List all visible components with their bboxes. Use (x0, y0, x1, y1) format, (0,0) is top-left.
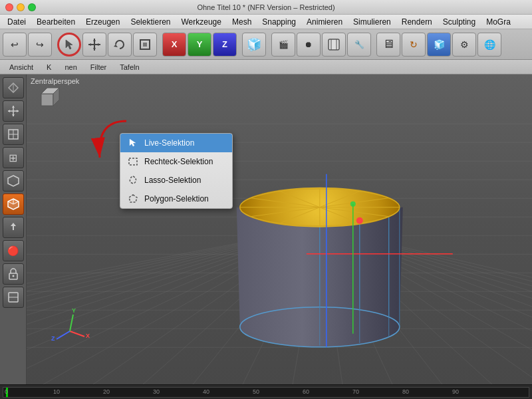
sidebar-btn-arrow[interactable] (3, 217, 24, 238)
tick-20: 20 (103, 388, 110, 395)
live-selection-icon (127, 137, 139, 149)
window-controls (0, 3, 36, 11)
close-button[interactable] (5, 3, 13, 11)
svg-marker-15 (12, 106, 15, 108)
sidebar-btn-scale[interactable] (3, 124, 24, 145)
svg-marker-16 (12, 114, 15, 116)
menubar: Datei Bearbeiten Erzeugen Selektieren We… (0, 15, 532, 29)
svg-point-28 (12, 275, 14, 277)
svg-marker-33 (129, 195, 137, 202)
polygon-selection-icon (127, 193, 139, 205)
maximize-button[interactable] (28, 3, 36, 11)
tick-30: 30 (153, 388, 160, 395)
tick-80: 80 (402, 388, 409, 395)
sidebar-btn-checkerboard[interactable]: ⊞ (3, 147, 24, 168)
object-tool-button[interactable]: 🧊 (242, 33, 266, 57)
viewport-perspective-label: Zentralperspek (31, 77, 79, 85)
anim-tool-1[interactable]: 🎬 (271, 33, 295, 57)
render-btn-5[interactable]: 🌐 (477, 33, 501, 57)
minimize-button[interactable] (17, 3, 25, 11)
tick-70: 70 (352, 388, 359, 395)
tabs-bar: Ansicht K nen Filter Tafeln (0, 60, 532, 74)
sidebar-btn-object[interactable] (3, 170, 24, 192)
timeline-track[interactable]: 0 10 20 30 40 50 60 70 80 90 (3, 387, 529, 398)
titlebar: Ohne Titel 10 * (NFR Version – Restricte… (0, 0, 532, 15)
svg-rect-32 (129, 158, 137, 165)
tab-ansicht[interactable]: Ansicht (4, 62, 39, 72)
sidebar-btn-move[interactable] (3, 100, 24, 122)
window-title: Ohne Titel 10 * (NFR Version – Restricte… (197, 3, 334, 11)
svg-marker-6 (114, 45, 118, 47)
undo-button[interactable]: ↩ (3, 33, 27, 57)
selection-tool-button[interactable] (57, 33, 81, 57)
menu-datei[interactable]: Datei (3, 16, 31, 28)
menu-selektieren[interactable]: Selektieren (126, 16, 175, 28)
menu-rendern[interactable]: Rendern (397, 16, 437, 28)
tick-0: 0 (5, 388, 8, 395)
left-sidebar: ⊞ 🔴 (0, 74, 27, 384)
svg-marker-17 (8, 110, 10, 112)
tick-60: 60 (303, 388, 309, 395)
dropdown-item-lasso[interactable]: Lasso-Selektion (120, 171, 232, 190)
polygon-selection-label: Polygon-Selektion (144, 194, 209, 203)
svg-marker-22 (8, 176, 19, 186)
tab-nen[interactable]: nen (59, 62, 82, 72)
viewport[interactable]: Zentralperspek Live-Selektion (27, 74, 532, 384)
main-area: ⊞ 🔴 (0, 74, 532, 384)
svg-rect-9 (329, 39, 339, 50)
menu-snapping[interactable]: Snapping (257, 16, 301, 28)
scale-tool-button[interactable] (133, 33, 157, 57)
tick-10: 10 (53, 388, 60, 395)
dropdown-item-live[interactable]: Live-Selektion (120, 134, 232, 152)
svg-rect-8 (143, 43, 147, 47)
dropdown-item-rect[interactable]: Rechteck-Selektion (120, 152, 232, 171)
axis-z-button[interactable]: Z (213, 33, 237, 57)
tab-filter[interactable]: Filter (85, 62, 112, 72)
rect-selection-label: Rechteck-Selektion (144, 157, 213, 166)
svg-marker-2 (93, 39, 96, 41)
anim-tool-4[interactable]: 🔧 (347, 33, 371, 57)
move-tool-button[interactable] (82, 33, 106, 57)
lasso-selection-label: Lasso-Selektion (144, 176, 201, 185)
viewport-canvas (27, 74, 532, 384)
toolbar: ↩ ↪ X Y Z 🧊 (0, 29, 532, 60)
timeline: 0 10 20 30 40 50 60 70 80 90 (0, 384, 532, 399)
menu-simulieren[interactable]: Simulieren (348, 16, 396, 28)
tab-tafeln[interactable]: Tafeln (114, 62, 144, 72)
selection-dropdown: Live-Selektion Rechteck-Selektion Lasso-… (120, 133, 233, 209)
anim-tool-2[interactable]: ⏺ (297, 33, 321, 57)
axis-y-button[interactable]: Y (188, 33, 211, 57)
render-btn-3[interactable]: 🧊 (427, 33, 451, 57)
menu-erzeugen[interactable]: Erzeugen (81, 16, 124, 28)
sidebar-btn-active-cube[interactable] (3, 194, 24, 215)
sidebar-btn-lock[interactable] (3, 263, 24, 285)
svg-marker-3 (93, 48, 96, 51)
svg-marker-18 (17, 110, 19, 112)
rect-selection-icon (127, 156, 139, 168)
dropdown-item-polygon[interactable]: Polygon-Selektion (120, 190, 232, 208)
lasso-selection-icon (127, 174, 139, 186)
menu-animieren[interactable]: Animieren (302, 16, 347, 28)
svg-marker-5 (98, 43, 100, 46)
menu-mogra[interactable]: MoGra (481, 16, 515, 28)
menu-mesh[interactable]: Mesh (227, 16, 256, 28)
sidebar-btn-1[interactable] (3, 77, 24, 98)
menu-werkzeuge[interactable]: Werkzeuge (176, 16, 225, 28)
menu-bearbeiten[interactable]: Bearbeiten (32, 16, 80, 28)
sidebar-btn-magnet[interactable]: 🔴 (3, 240, 24, 261)
svg-marker-4 (88, 43, 91, 46)
tab-k[interactable]: K (41, 62, 57, 72)
tick-50: 50 (253, 388, 259, 395)
sidebar-btn-bottom[interactable] (3, 287, 24, 308)
tick-40: 40 (203, 388, 209, 395)
live-selection-label: Live-Selektion (144, 138, 194, 148)
render-btn-2[interactable]: ↻ (402, 33, 426, 57)
render-btn-4[interactable]: ⚙ (452, 33, 476, 57)
axis-x-button[interactable]: X (162, 33, 186, 57)
redo-button[interactable]: ↪ (28, 33, 52, 57)
menu-sculpting[interactable]: Sculpting (438, 16, 480, 28)
render-btn-1[interactable]: 🖥 (376, 33, 400, 57)
anim-tool-3[interactable] (322, 33, 346, 57)
tick-90: 90 (452, 388, 459, 395)
rotate-tool-button[interactable] (108, 33, 132, 57)
